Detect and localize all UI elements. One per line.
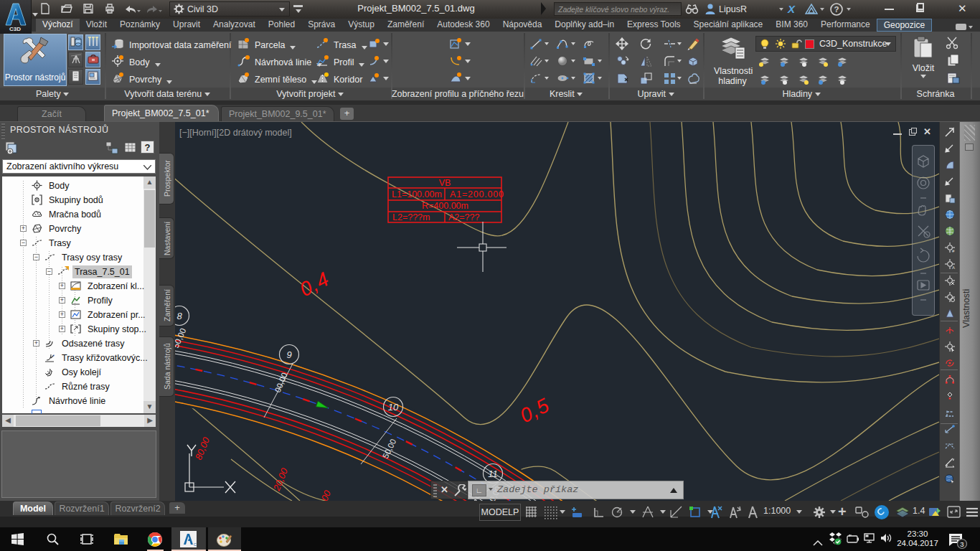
svg-text:C3D: C3D [9, 26, 21, 32]
svg-text:11: 11 [488, 468, 498, 479]
svg-text:3: 3 [960, 540, 963, 548]
svg-text:10: 10 [388, 402, 399, 413]
svg-text:9: 9 [286, 349, 291, 360]
svg-text:VB: VB [439, 178, 451, 188]
svg-text:A: A [952, 265, 955, 270]
svg-text:#: # [952, 249, 955, 253]
svg-text:8: 8 [176, 311, 182, 321]
svg-text:A2=???: A2=??? [448, 212, 479, 222]
svg-text:R=400.00m: R=400.00m [422, 201, 468, 211]
svg-text:?: ? [834, 5, 839, 14]
svg-text:A1=200.000: A1=200.000 [450, 189, 504, 199]
svg-text:L2=???m: L2=???m [392, 212, 430, 222]
svg-text:C3D: C3D [194, 542, 197, 547]
svg-text:L1=100.00m: L1=100.00m [392, 189, 442, 199]
